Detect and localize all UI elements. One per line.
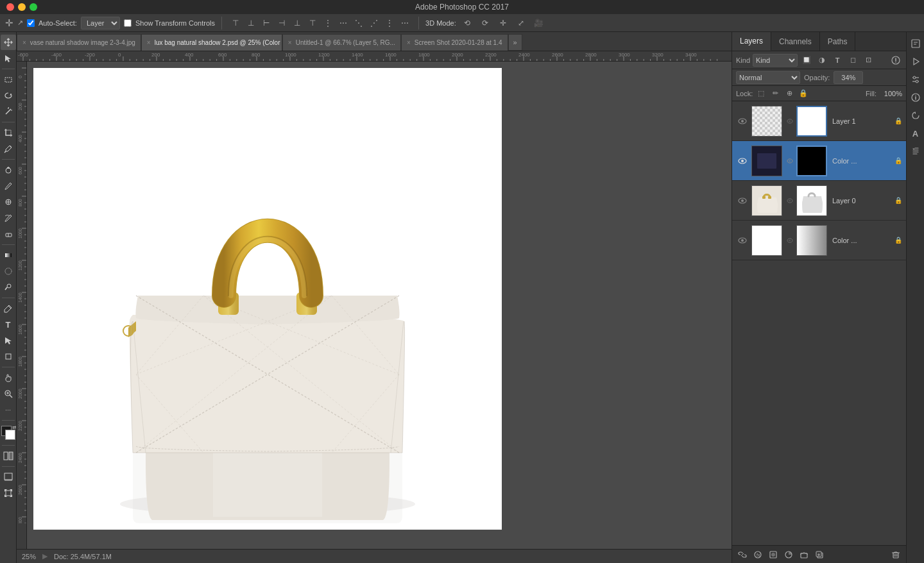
dodge-tool[interactable]: [1, 280, 16, 295]
maximize-button[interactable]: [30, 3, 37, 11]
marquee-tool[interactable]: [1, 72, 16, 87]
align-bottom-icon[interactable]: ⊢: [259, 16, 273, 30]
adjustments-icon[interactable]: [908, 72, 923, 87]
swap-colors[interactable]: ⇄: [12, 424, 17, 430]
blur-tool[interactable]: [1, 264, 16, 279]
align-vcenter-icon[interactable]: ⊥: [244, 16, 258, 30]
color-swatches[interactable]: ⇄: [1, 426, 15, 440]
layer-select[interactable]: Layer Group: [81, 17, 120, 29]
opacity-input[interactable]: [834, 71, 863, 84]
layer-item-layer0[interactable]: Layer 0 🔒: [732, 181, 906, 221]
paragraph-icon[interactable]: [908, 144, 923, 159]
gradient-tool[interactable]: [1, 248, 16, 263]
distribute3-icon[interactable]: ⋱: [352, 16, 366, 30]
layer-effects-icon[interactable]: fx: [751, 548, 764, 561]
layer0-visibility[interactable]: [736, 194, 749, 207]
canvas-viewport[interactable]: [27, 62, 732, 549]
eyedropper-tool[interactable]: [1, 141, 16, 156]
filter-toggle[interactable]: [889, 54, 902, 67]
pen-tool[interactable]: [1, 301, 16, 316]
tab-overflow-btn[interactable]: »: [508, 34, 522, 51]
channels-tab[interactable]: Channels: [771, 32, 820, 51]
align-hcenter-icon[interactable]: ⊥: [290, 16, 304, 30]
type-tool[interactable]: T: [1, 317, 16, 332]
add-adjustment-icon[interactable]: [782, 548, 795, 561]
crop-tool[interactable]: [1, 125, 16, 140]
info-icon[interactable]: [908, 90, 923, 105]
tab-close-3[interactable]: ×: [288, 39, 292, 46]
close-button[interactable]: [6, 3, 14, 11]
lock-pixels-icon[interactable]: ⬚: [755, 88, 767, 99]
distribute5-icon[interactable]: ⋮: [382, 16, 397, 30]
lock-all-icon[interactable]: 🔒: [798, 88, 809, 99]
distribute1-icon[interactable]: ⋮: [321, 16, 335, 30]
distribute2-icon[interactable]: ⋯: [336, 16, 350, 30]
filter-type-icon[interactable]: T: [831, 54, 844, 67]
tab-close-2[interactable]: ×: [147, 39, 151, 46]
align-top-icon[interactable]: ⊤: [228, 16, 243, 30]
new-group-icon[interactable]: [798, 548, 810, 561]
3d-icon1[interactable]: ⟲: [460, 16, 474, 30]
color3-visibility[interactable]: [736, 234, 749, 247]
quick-mask[interactable]: [1, 448, 16, 464]
minimize-button[interactable]: [18, 3, 26, 11]
brush-tool[interactable]: [1, 178, 16, 194]
layers-list[interactable]: Layer 1 🔒 Color ...: [732, 101, 906, 545]
color2-visibility[interactable]: [736, 155, 749, 167]
properties-icon[interactable]: [908, 36, 923, 51]
show-transform-checkbox[interactable]: [124, 19, 132, 27]
zoom-tool[interactable]: [1, 386, 16, 401]
lasso-tool[interactable]: [1, 88, 16, 103]
tab-vase[interactable]: × vase natural shadow image 2-3-4.jpg: [17, 34, 141, 51]
layer-item-layer1[interactable]: Layer 1 🔒: [732, 101, 906, 141]
full-screen[interactable]: [1, 485, 16, 501]
filter-smart-icon[interactable]: ⊡: [862, 54, 875, 67]
arrow-tool[interactable]: [1, 51, 16, 66]
add-mask-icon[interactable]: [767, 548, 780, 561]
more-tools[interactable]: ···: [1, 402, 16, 417]
tab-screenshot[interactable]: × Screen Shot 2020-01-28 at 1.4: [401, 34, 508, 51]
history-icon[interactable]: [908, 108, 923, 123]
distribute4-icon[interactable]: ⋰: [367, 16, 381, 30]
new-layer-icon[interactable]: [813, 548, 826, 561]
layer-item-color3[interactable]: Color ... 🔒: [732, 221, 906, 260]
background-color[interactable]: [5, 430, 15, 440]
filter-adjust-icon[interactable]: ◑: [816, 54, 828, 67]
align-left-icon[interactable]: ⊣: [275, 16, 289, 30]
path-select-tool[interactable]: [1, 333, 16, 348]
blend-mode-select[interactable]: Normal Multiply Screen Overlay: [736, 71, 800, 84]
screen-mode[interactable]: [1, 469, 16, 485]
tab-close-4[interactable]: ×: [407, 39, 411, 46]
align-right-icon[interactable]: ⊤: [305, 16, 320, 30]
3d-icon2[interactable]: ⟳: [478, 16, 492, 30]
layers-tab[interactable]: Layers: [732, 32, 771, 51]
history-brush-tool[interactable]: [1, 210, 16, 226]
shape-tool[interactable]: [1, 349, 16, 364]
move-tool[interactable]: [1, 35, 16, 50]
kind-select[interactable]: Kind: [753, 54, 798, 67]
tab-close-1[interactable]: ×: [22, 39, 26, 46]
play-icon[interactable]: [908, 54, 923, 69]
lock-artboard-icon[interactable]: ⊕: [783, 88, 795, 99]
wand-tool[interactable]: [1, 104, 16, 119]
auto-select-checkbox[interactable]: [27, 19, 35, 27]
type-panel-icon[interactable]: A: [908, 126, 923, 141]
3d-icon3[interactable]: ✛: [496, 16, 510, 30]
layer-item-color2[interactable]: Color ... 🔒: [732, 141, 906, 181]
hand-tool[interactable]: [1, 370, 16, 385]
distribute6-icon[interactable]: ⋯: [398, 16, 412, 30]
layer1-visibility[interactable]: [736, 115, 749, 128]
eraser-tool[interactable]: [1, 226, 16, 242]
filter-pixel-icon[interactable]: 🔲: [800, 54, 813, 67]
paths-tab[interactable]: Paths: [820, 32, 856, 51]
delete-layer-icon[interactable]: [889, 548, 902, 561]
tab-untitled[interactable]: × Untitled-1 @ 66.7% (Layer 5, RG...: [282, 34, 401, 51]
3d-icon5[interactable]: 🎥: [532, 16, 546, 30]
tab-lux-bag[interactable]: × lux bag natural shadow 2.psd @ 25% (Co…: [141, 34, 282, 51]
filter-shape-icon[interactable]: ◻: [846, 54, 859, 67]
spot-heal-tool[interactable]: [1, 162, 16, 178]
lock-position-icon[interactable]: ✏: [769, 88, 781, 99]
clone-tool[interactable]: [1, 194, 16, 210]
3d-icon4[interactable]: ⤢: [514, 16, 528, 30]
link-layers-icon[interactable]: [736, 548, 749, 561]
